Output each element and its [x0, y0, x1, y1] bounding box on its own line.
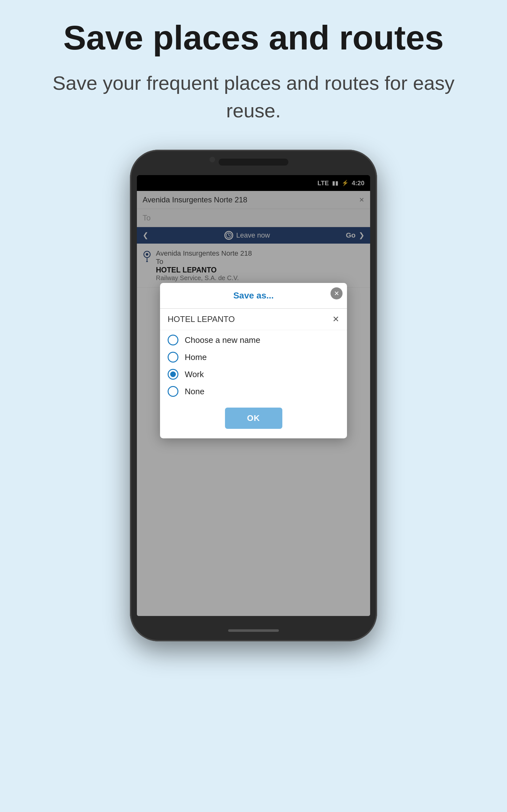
radio-home-circle [168, 352, 178, 362]
modal-title: Save as... [233, 291, 274, 301]
modal-ok-button[interactable]: OK [225, 408, 282, 429]
radio-choose-new-name[interactable]: Choose a new name [168, 335, 339, 345]
radio-choose-new-name-label: Choose a new name [185, 335, 260, 345]
modal-close-button[interactable]: ✕ [331, 287, 343, 299]
radio-choose-new-name-circle [168, 335, 178, 345]
page-subtitle: Save your frequent places and routes for… [0, 69, 507, 125]
radio-home-label: Home [185, 352, 207, 362]
radio-work[interactable]: Work [168, 369, 339, 380]
radio-work-circle [168, 369, 178, 380]
modal-input-value: HOTEL LEPANTO [168, 314, 235, 324]
home-indicator [228, 629, 279, 632]
page-title: Save places and routes [38, 19, 469, 57]
phone-screen: LTE ▮▮ ⚡ 4:20 Avenida Insurgentes Norte … [137, 175, 370, 616]
radio-group: Choose a new name Home Work [160, 330, 347, 401]
phone-device: LTE ▮▮ ⚡ 4:20 Avenida Insurgentes Norte … [130, 150, 377, 641]
modal-close-icon: ✕ [334, 290, 339, 297]
radio-none[interactable]: None [168, 386, 339, 397]
modal-overlay: Save as... ✕ HOTEL LEPANTO ✕ Choose a ne… [137, 175, 370, 616]
save-as-modal: Save as... ✕ HOTEL LEPANTO ✕ Choose a ne… [160, 283, 347, 438]
radio-work-label: Work [185, 369, 204, 379]
modal-input-clear-icon[interactable]: ✕ [332, 314, 339, 324]
modal-input-row[interactable]: HOTEL LEPANTO ✕ [160, 309, 347, 330]
modal-header: Save as... ✕ [160, 283, 347, 309]
radio-work-inner [170, 371, 176, 377]
radio-none-label: None [185, 387, 205, 397]
radio-home[interactable]: Home [168, 352, 339, 362]
radio-none-circle [168, 386, 178, 397]
